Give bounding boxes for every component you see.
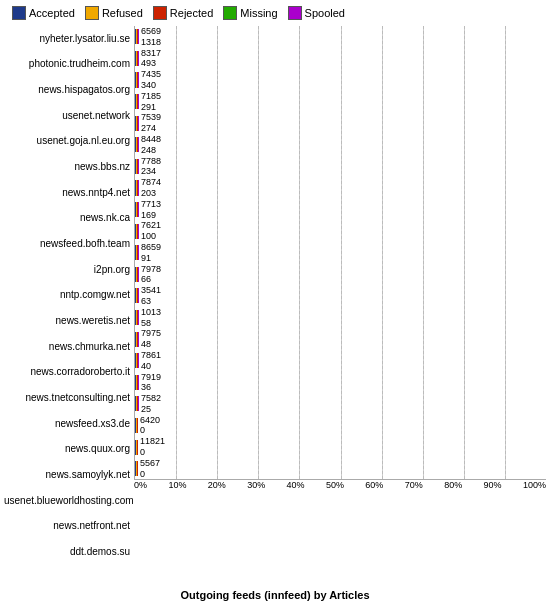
bar-value-label: 65691318 (141, 26, 161, 48)
bar-group (135, 137, 139, 152)
y-label: usenet.blueworldhosting.com (4, 496, 134, 506)
bar-row: 354163 (135, 285, 546, 307)
bar-group (135, 332, 139, 347)
bar-value-label: 758225 (141, 393, 161, 415)
y-label: photonic.trudheim.com (4, 59, 134, 69)
y-label: news.hispagatos.org (4, 85, 134, 95)
bar-segment-spooled (138, 353, 139, 368)
bar-value-label: 8317493 (141, 48, 161, 70)
x-tick: 10% (168, 480, 186, 587)
legend-color-refused (85, 6, 99, 20)
bar-group (135, 224, 139, 239)
bar-value-label: 7435340 (141, 69, 161, 91)
bar-value-label: 791936 (141, 372, 161, 394)
y-label: i2pn.org (4, 265, 134, 275)
bar-segment-spooled (138, 396, 139, 411)
x-tick: 70% (405, 480, 423, 587)
y-label: news.bbs.nz (4, 162, 134, 172)
bar-segment-spooled (138, 180, 139, 195)
y-label: news.tnetconsulting.net (4, 393, 134, 403)
x-ticks: 0%10%20%30%40%50%60%70%80%90%100% (134, 480, 546, 587)
y-label: news.netfront.net (4, 521, 134, 531)
bar-group (135, 94, 139, 109)
bar-segment-spooled (138, 29, 139, 44)
y-label: news.quux.org (4, 444, 134, 454)
bar-row: 7788234 (135, 156, 546, 178)
x-tick: 20% (208, 480, 226, 587)
bar-row: 8317493 (135, 48, 546, 70)
bar-segment-spooled (138, 137, 139, 152)
y-label: newsfeed.bofh.team (4, 239, 134, 249)
x-tick: 100% (523, 480, 546, 587)
x-axis-title: Outgoing feeds (innfeed) by Articles (4, 589, 546, 601)
chart-area: nyheter.lysator.liu.sephotonic.trudheim.… (4, 26, 546, 587)
x-tick: 40% (287, 480, 305, 587)
bar-value-label: 7185291 (141, 91, 161, 113)
bar-segment-rejected (137, 461, 138, 476)
bar-row: 55670 (135, 458, 546, 480)
y-label: nyheter.lysator.liu.se (4, 34, 134, 44)
bar-value-label: 118210 (140, 436, 165, 458)
y-label: news.samoylyk.net (4, 470, 134, 480)
bar-group (135, 51, 139, 66)
bar-row: 758225 (135, 393, 546, 415)
bar-segment-spooled (138, 267, 139, 282)
bar-group (135, 375, 139, 390)
bar-segment-spooled (138, 116, 139, 131)
bar-segment-rejected (137, 418, 138, 433)
bar-value-label: 8448248 (141, 134, 161, 156)
bars-area: 6569131883174937435340718529175392748448… (134, 26, 546, 480)
bar-group (135, 29, 139, 44)
bar-group (135, 418, 138, 433)
y-label: nntp.comgw.net (4, 290, 134, 300)
legend-item-spooled: Spooled (288, 6, 345, 20)
bar-group (135, 353, 139, 368)
bar-row: 101358 (135, 307, 546, 329)
bar-group (135, 180, 139, 195)
x-tick: 90% (484, 480, 502, 587)
bar-group (135, 245, 139, 260)
legend-label-spooled: Spooled (305, 7, 345, 19)
bar-segment-spooled (138, 245, 139, 260)
bar-row: 7713169 (135, 199, 546, 221)
bar-segment-spooled (138, 224, 139, 239)
bar-row: 865991 (135, 242, 546, 264)
bar-segment-spooled (138, 94, 139, 109)
legend-label-accepted: Accepted (29, 7, 75, 19)
y-axis: nyheter.lysator.liu.sephotonic.trudheim.… (4, 26, 134, 587)
legend: AcceptedRefusedRejectedMissingSpooled (4, 6, 546, 20)
x-tick: 50% (326, 480, 344, 587)
bar-row: 8448248 (135, 134, 546, 156)
bar-segment-spooled (138, 310, 139, 325)
bar-segment-spooled (138, 72, 139, 87)
legend-color-accepted (12, 6, 26, 20)
bar-group (135, 440, 138, 455)
bar-row: 64200 (135, 415, 546, 437)
x-tick: 60% (365, 480, 383, 587)
bar-segment-spooled (138, 332, 139, 347)
legend-item-refused: Refused (85, 6, 143, 20)
bar-row: 797548 (135, 328, 546, 350)
y-label: usenet.goja.nl.eu.org (4, 136, 134, 146)
bar-value-label: 786140 (141, 350, 161, 372)
legend-color-spooled (288, 6, 302, 20)
bar-row: 7435340 (135, 69, 546, 91)
bar-value-label: 55670 (140, 458, 160, 480)
bars-section: 6569131883174937435340718529175392748448… (134, 26, 546, 587)
legend-item-accepted: Accepted (12, 6, 75, 20)
legend-item-missing: Missing (223, 6, 277, 20)
legend-label-refused: Refused (102, 7, 143, 19)
bar-value-label: 7621100 (141, 220, 161, 242)
bar-value-label: 797866 (141, 264, 161, 286)
bar-group (135, 310, 139, 325)
bar-value-label: 64200 (140, 415, 160, 437)
legend-label-missing: Missing (240, 7, 277, 19)
y-label: news.chmurka.net (4, 342, 134, 352)
bar-row: 7874203 (135, 177, 546, 199)
chart-container: AcceptedRefusedRejectedMissingSpooled ny… (0, 0, 550, 605)
legend-label-rejected: Rejected (170, 7, 213, 19)
bar-row: 7539274 (135, 112, 546, 134)
bar-segment-rejected (137, 440, 138, 455)
legend-color-rejected (153, 6, 167, 20)
bar-group (135, 461, 138, 476)
